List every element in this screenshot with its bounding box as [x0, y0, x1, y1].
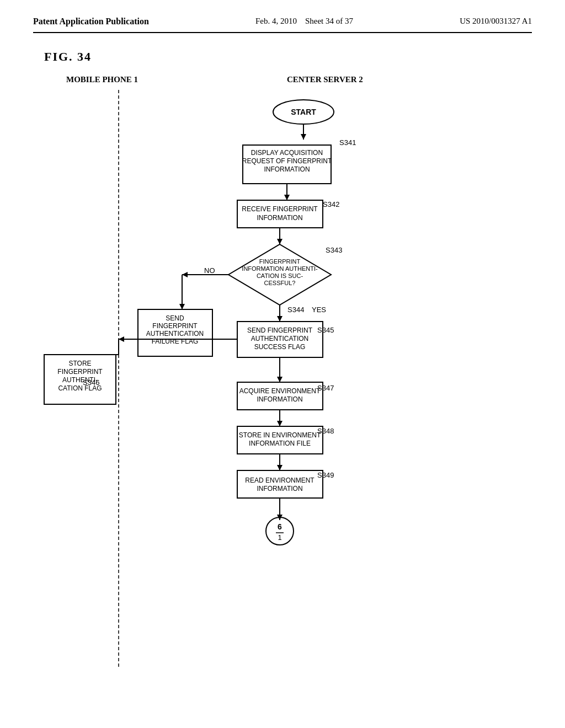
svg-text:NO: NO [204, 266, 215, 275]
svg-text:RECEIVE FINGERPRINT: RECEIVE FINGERPRINT [242, 205, 318, 213]
patent-number: US 2010/0031327 A1 [460, 17, 532, 26]
svg-text:1: 1 [278, 533, 281, 542]
svg-text:INFORMATION: INFORMATION [264, 165, 310, 173]
sheet-info: Feb. 4, 2010 Sheet 34 of 37 [255, 17, 353, 26]
col-label-right: CENTER SERVER 2 [287, 75, 363, 84]
svg-text:START: START [291, 108, 316, 116]
svg-text:S343: S343 [326, 246, 342, 254]
svg-text:STORE IN ENVIRONMENT: STORE IN ENVIRONMENT [239, 431, 321, 439]
svg-text:SUCCESS FLAG: SUCCESS FLAG [254, 343, 306, 351]
svg-text:FINGERPRINT: FINGERPRINT [259, 258, 301, 265]
page: Patent Application Publication Feb. 4, 2… [0, 0, 565, 728]
svg-text:AUTHENTICATION: AUTHENTICATION [251, 335, 308, 342]
svg-text:S342: S342 [323, 200, 339, 208]
svg-marker-17 [277, 239, 282, 244]
svg-marker-67 [277, 465, 282, 470]
svg-text:S345: S345 [317, 326, 334, 334]
flowchart: START S341 DISPLAY ACQUISITION REQUEST O… [33, 90, 530, 669]
svg-text:FINGERPRINT: FINGERPRINT [152, 322, 198, 330]
svg-text:SEND FINGERPRINT: SEND FINGERPRINT [247, 326, 313, 334]
publication-label: Patent Application Publication [33, 17, 149, 26]
svg-text:6: 6 [278, 522, 282, 531]
svg-text:INFORMATION FILE: INFORMATION FILE [249, 440, 311, 447]
svg-text:FINGERPRINT: FINGERPRINT [57, 368, 103, 376]
svg-text:CESSFUL?: CESSFUL? [264, 280, 296, 286]
svg-text:AUTHENTI-: AUTHENTI- [62, 376, 98, 384]
svg-text:CATION FLAG: CATION FLAG [58, 384, 102, 392]
svg-text:REQUEST OF FINGERPRINT: REQUEST OF FINGERPRINT [242, 157, 332, 165]
svg-text:S341: S341 [339, 138, 356, 147]
date-label: Feb. 4, 2010 [255, 17, 297, 25]
page-header: Patent Application Publication Feb. 4, 2… [33, 17, 532, 33]
svg-marker-44 [277, 377, 282, 382]
svg-text:INFORMATION AUTHENTI-: INFORMATION AUTHENTI- [242, 265, 318, 272]
svg-text:AUTHENTICATION: AUTHENTICATION [146, 330, 204, 338]
svg-rect-69 [237, 470, 323, 498]
svg-marker-61 [277, 421, 282, 426]
svg-text:ACQUIRE ENVIRONMENT: ACQUIRE ENVIRONMENT [239, 387, 321, 395]
svg-marker-37 [277, 316, 282, 322]
svg-text:INFORMATION: INFORMATION [257, 395, 302, 403]
svg-marker-4 [301, 134, 306, 140]
svg-text:S349: S349 [317, 471, 334, 479]
svg-marker-46 [119, 336, 124, 342]
sheet-label: Sheet 34 of 37 [305, 17, 353, 25]
svg-text:INFORMATION: INFORMATION [257, 214, 302, 222]
svg-text:DISPLAY ACQUISITION: DISPLAY ACQUISITION [251, 149, 323, 157]
svg-text:INFORMATION: INFORMATION [257, 485, 302, 493]
svg-marker-35 [179, 304, 185, 309]
svg-text:SEND: SEND [166, 314, 184, 322]
svg-text:CATION IS SUC-: CATION IS SUC- [257, 272, 303, 279]
col-label-left: MOBILE PHONE 1 [66, 75, 188, 84]
svg-text:STORE: STORE [68, 360, 91, 367]
svg-text:S344: S344 [287, 306, 304, 314]
svg-text:YES: YES [312, 306, 326, 314]
svg-marker-28 [182, 272, 188, 277]
svg-text:READ ENVIRONMENT: READ ENVIRONMENT [245, 477, 315, 484]
figure-label: FIG. 34 [44, 50, 532, 64]
svg-marker-11 [284, 195, 290, 200]
